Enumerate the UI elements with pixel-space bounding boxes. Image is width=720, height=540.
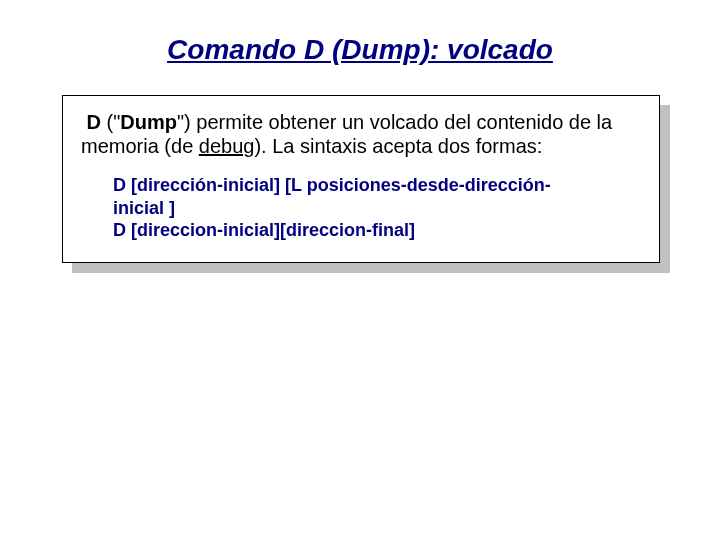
syntax-block: D [dirección-inicial] [L posiciones-desd… xyxy=(113,174,641,242)
slide: Comando D (Dump): volcado D ("Dump") per… xyxy=(0,0,720,540)
dump-word: Dump xyxy=(120,111,177,133)
syntax-line-2: D [direccion-inicial][direccion-final] xyxy=(113,219,641,242)
syntax-line-1b: inicial ] xyxy=(113,197,641,220)
open-quote: (" xyxy=(101,111,120,133)
intro-paragraph: D ("Dump") permite obtener un volcado de… xyxy=(81,110,641,158)
content-box-wrap: D ("Dump") permite obtener un volcado de… xyxy=(62,95,660,263)
content-box: D ("Dump") permite obtener un volcado de… xyxy=(62,95,660,263)
slide-title-text: Comando D (Dump): volcado xyxy=(167,34,553,65)
syntax-line-1a: D [dirección-inicial] [L posiciones-desd… xyxy=(113,174,641,197)
debug-word: debug xyxy=(199,135,255,157)
close-quote: ") xyxy=(177,111,196,133)
slide-title: Comando D (Dump): volcado xyxy=(48,30,672,67)
intro-rest-2: ). La sintaxis acepta dos formas: xyxy=(254,135,542,157)
cmd-letter: D xyxy=(87,111,101,133)
